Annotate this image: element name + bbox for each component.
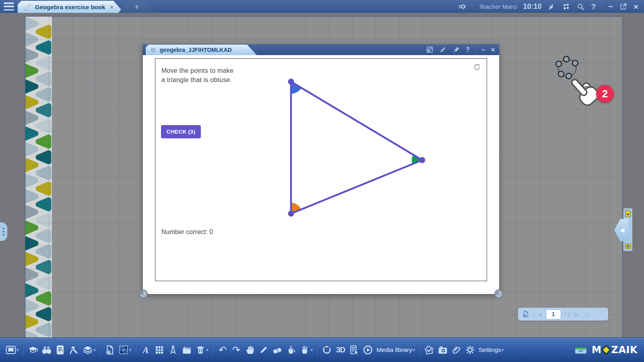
marker-button[interactable]	[257, 342, 270, 358]
bottom-toolbar: ▾	[0, 337, 644, 362]
play-media-button[interactable]	[361, 342, 375, 358]
hand-tool-icon	[245, 345, 255, 355]
undo-icon: ↶	[219, 345, 227, 355]
attachments-button[interactable]	[450, 342, 463, 358]
toolbar-separator	[316, 343, 317, 356]
minimize-icon[interactable]: −	[608, 2, 613, 10]
new-page-button[interactable]	[103, 342, 117, 358]
shape-tool-button[interactable]	[117, 342, 130, 358]
snapshot-button[interactable]	[436, 342, 450, 358]
geometry-tool-button[interactable]	[166, 342, 180, 358]
quick-gear-icon[interactable]	[458, 2, 466, 11]
hand-tool-button[interactable]	[243, 342, 257, 358]
compass-icon	[168, 345, 178, 355]
fill-button[interactable]	[284, 342, 298, 358]
layers-icon	[83, 345, 93, 355]
caret-down-icon[interactable]: ▾	[413, 347, 415, 353]
hint-step-badge: 2	[596, 85, 614, 103]
page-count-label: / 1	[565, 311, 571, 317]
geogebra-window[interactable]: geogebra_JJFIHTOMLKAD	[143, 44, 499, 294]
replay-circle-icon	[322, 345, 332, 355]
last-page-icon[interactable]	[583, 310, 591, 318]
next-page-button[interactable]: ▶	[574, 311, 579, 317]
marker-pen-icon	[258, 345, 269, 355]
new-page-icon	[105, 345, 115, 355]
geogebra-window-tab[interactable]: geogebra_JJFIHTOMLKAD	[146, 45, 257, 55]
table-tool-button[interactable]	[153, 342, 166, 358]
pagenav-separator	[533, 310, 534, 318]
annotate-pencil-icon[interactable]	[439, 46, 447, 53]
delete-button[interactable]	[194, 342, 207, 358]
caret-down-icon[interactable]: ▾	[502, 347, 504, 353]
text-tool-button[interactable]: A	[139, 342, 153, 358]
text-tool-icon: A	[140, 345, 151, 355]
applet-minimize-icon[interactable]: −	[481, 47, 485, 53]
app-grid-icon[interactable]	[562, 2, 570, 11]
page-corner-handle[interactable]	[138, 289, 149, 299]
hamburger-menu-icon[interactable]	[4, 2, 14, 10]
search-media-button[interactable]	[40, 342, 54, 358]
3d-icon: 3D	[336, 346, 345, 354]
prev-page-button[interactable]: ◀	[537, 311, 542, 317]
page-list-icon[interactable]	[625, 243, 631, 249]
caret-down-icon[interactable]: ▾	[310, 347, 313, 353]
clapperboard-icon	[182, 345, 192, 355]
rocket-icon[interactable]	[547, 2, 556, 11]
top-menu-bar: Geogebra exercise book × + Teacher Marci…	[0, 0, 644, 13]
add-page-icon[interactable]	[522, 310, 530, 318]
media-library-button[interactable]: Media library	[376, 346, 412, 354]
current-page-input[interactable]: 1	[546, 309, 561, 319]
lessons-button[interactable]	[26, 342, 40, 358]
homework-button[interactable]	[54, 342, 67, 358]
applet-help-icon[interactable]: ?	[466, 47, 470, 53]
default-view-button[interactable]	[422, 342, 436, 358]
add-page-shortcut-icon[interactable]	[625, 210, 631, 217]
edit-applet-icon[interactable]	[426, 46, 433, 53]
exercise-editor-button[interactable]	[347, 342, 361, 358]
open-book-button[interactable]	[4, 342, 18, 358]
caret-down-icon[interactable]: ▾	[17, 347, 19, 353]
redo-button[interactable]: ↷	[229, 342, 243, 358]
book-cover-pattern	[25, 16, 52, 337]
topbar-separator	[473, 3, 473, 10]
user-name[interactable]: Teacher Marci	[479, 3, 517, 10]
toolbar-separator	[99, 343, 100, 356]
eraser-button[interactable]	[270, 342, 284, 358]
tools-button[interactable]	[67, 342, 81, 358]
pen-holder-button[interactable]	[298, 342, 312, 358]
layers-button[interactable]	[81, 342, 95, 358]
graduation-cap-icon	[28, 345, 38, 355]
caret-down-icon[interactable]: ▾	[93, 347, 96, 353]
3d-view-button[interactable]: 3D	[334, 342, 347, 358]
undo-button[interactable]: ↶	[216, 342, 229, 358]
tab-close-icon[interactable]: ×	[110, 4, 114, 10]
close-app-icon[interactable]: ×	[634, 2, 638, 11]
left-drawer-handle[interactable]	[0, 222, 7, 241]
logo-text-m: M	[592, 344, 601, 356]
open-book-icon	[6, 345, 16, 355]
caret-down-icon[interactable]: ▾	[206, 347, 208, 353]
applet-close-icon[interactable]: ×	[491, 46, 495, 53]
tab-geogebra-exercise-book[interactable]: Geogebra exercise book ×	[18, 1, 124, 13]
clock: 10:10	[523, 2, 541, 11]
slider-arrow-icon: ◀	[620, 227, 625, 233]
media-tool-button[interactable]	[180, 342, 194, 358]
caret-down-icon[interactable]: ▾	[129, 347, 132, 353]
pin-icon[interactable]	[452, 46, 460, 53]
geogebra-window-titlebar[interactable]: geogebra_JJFIHTOMLKAD	[143, 44, 499, 55]
classwork-desk-icon[interactable]	[574, 344, 588, 356]
search-icon[interactable]	[576, 2, 585, 11]
homework-document-icon	[55, 345, 66, 355]
hammer-icon	[69, 345, 79, 355]
detach-window-icon[interactable]	[619, 2, 627, 11]
settings-button[interactable]: Settings	[479, 346, 501, 354]
trash-icon	[195, 345, 206, 355]
new-tab-button[interactable]: +	[118, 1, 155, 13]
triangle-figure[interactable]	[155, 59, 487, 281]
workspace: geogebra_JJFIHTOMLKAD	[0, 13, 644, 338]
settings-gear-button[interactable]	[463, 342, 477, 358]
mozaik-logo: M ZAIK	[592, 344, 638, 356]
help-icon[interactable]: ?	[591, 3, 596, 10]
session-replay-button[interactable]	[320, 342, 334, 358]
page-corner-handle[interactable]	[493, 289, 504, 299]
